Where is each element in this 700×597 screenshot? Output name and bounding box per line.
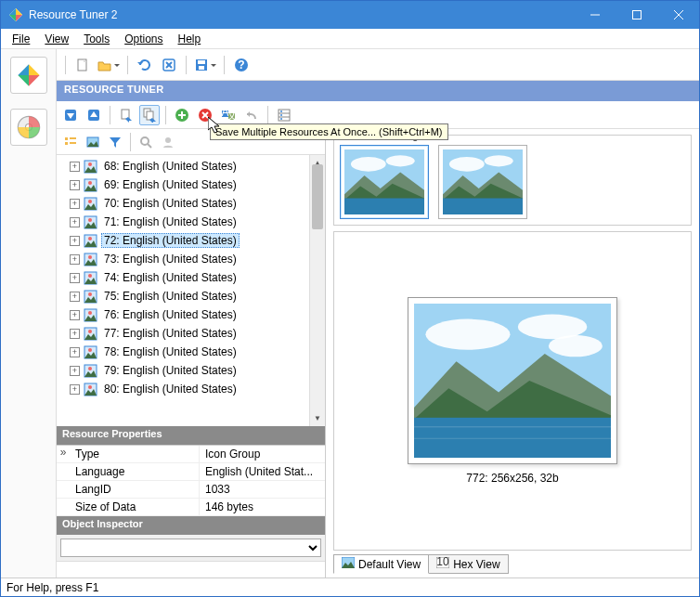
- svg-point-61: [141, 137, 149, 145]
- secondary-toolbar: A文 Save Multiple Resources At Once... (S…: [57, 101, 699, 129]
- svg-marker-2: [16, 15, 22, 21]
- object-inspector-select[interactable]: [60, 539, 321, 557]
- tree-item-label: 80: English (United States): [101, 383, 240, 396]
- tree-expand-icon[interactable]: +: [70, 292, 80, 302]
- new-file-button[interactable]: [72, 55, 93, 75]
- property-value: English (United Stat...: [200, 463, 325, 480]
- tree-item[interactable]: +78: English (United States): [57, 343, 325, 361]
- tree-item[interactable]: +75: English (United States): [57, 287, 325, 305]
- thumbnail-1[interactable]: [340, 145, 429, 219]
- strip-disc-icon[interactable]: [10, 109, 47, 146]
- svg-marker-60: [110, 137, 121, 148]
- resource-icon: [84, 160, 97, 174]
- tree-item[interactable]: +73: English (United States): [57, 250, 325, 268]
- menu-options[interactable]: Options: [117, 31, 170, 47]
- minimize-button[interactable]: [574, 1, 616, 29]
- left-pane: +68: English (United States)+69: English…: [57, 129, 326, 578]
- delete-resource-button[interactable]: [195, 105, 215, 125]
- tree-expand-icon[interactable]: +: [70, 217, 80, 227]
- property-value: 146 bytes: [200, 499, 325, 515]
- tree-user-button[interactable]: [158, 132, 178, 152]
- svg-point-77: [88, 237, 92, 240]
- translate-button[interactable]: A文: [218, 105, 239, 125]
- menu-tools[interactable]: Tools: [76, 31, 117, 47]
- property-value: Icon Group: [200, 446, 325, 462]
- tree-item[interactable]: +68: English (United States): [57, 157, 325, 175]
- menu-file[interactable]: File: [5, 31, 37, 47]
- tree-item[interactable]: +76: English (United States): [57, 305, 325, 324]
- resource-icon: [84, 327, 97, 341]
- property-key: Language: [70, 463, 200, 480]
- tree-expand-icon[interactable]: +: [70, 347, 80, 357]
- tree-item[interactable]: +70: English (United States): [57, 194, 325, 213]
- help-button[interactable]: ?: [231, 55, 252, 75]
- tree-expand-icon[interactable]: +: [70, 366, 80, 376]
- close-button[interactable]: [657, 1, 699, 29]
- property-row[interactable]: Size of Data146 bytes: [57, 499, 325, 516]
- tree-expand-icon[interactable]: +: [70, 384, 80, 395]
- save-resource-button[interactable]: [116, 105, 136, 125]
- tree-expand-icon[interactable]: +: [70, 254, 80, 265]
- tree-filter-button[interactable]: [105, 132, 125, 152]
- main-toolbar: ?: [57, 49, 699, 81]
- svg-point-51: [280, 114, 282, 116]
- preview-caption: 772: 256x256, 32b: [466, 472, 558, 485]
- tree-scrollbar[interactable]: ▲▼: [309, 155, 325, 426]
- property-row[interactable]: LangID1033: [57, 481, 325, 499]
- tree-item[interactable]: +72: English (United States): [57, 231, 325, 250]
- open-file-button[interactable]: [97, 55, 121, 75]
- save-button[interactable]: [193, 55, 217, 75]
- tree-search-button[interactable]: [136, 132, 156, 152]
- properties-button[interactable]: [274, 105, 294, 125]
- svg-point-83: [88, 274, 92, 278]
- tree-expand-icon[interactable]: +: [70, 329, 80, 339]
- tree-item-label: 79: English (United States): [101, 364, 240, 377]
- property-row[interactable]: LanguageEnglish (United Stat...: [57, 463, 325, 481]
- tree-expand-icon[interactable]: +: [70, 180, 80, 190]
- tree-item-label: 78: English (United States): [101, 345, 240, 358]
- menu-help[interactable]: Help: [171, 31, 209, 47]
- svg-rect-114: [443, 199, 523, 215]
- tree-item[interactable]: +79: English (United States): [57, 361, 325, 380]
- tree-expand-icon[interactable]: +: [70, 199, 80, 209]
- selected-image-group: Selected Image: [333, 135, 692, 226]
- property-row[interactable]: »TypeIcon Group: [57, 446, 325, 463]
- save-multiple-resources-button[interactable]: [139, 105, 160, 125]
- strip-resource-editor-icon[interactable]: [10, 57, 47, 94]
- undo-button[interactable]: [241, 105, 262, 125]
- picture-icon: [342, 557, 355, 571]
- tab-default-view[interactable]: Default View: [333, 554, 429, 574]
- resource-icon: [84, 178, 97, 192]
- tree-item-label: 72: English (United States): [101, 233, 240, 248]
- refresh-button[interactable]: [135, 55, 155, 75]
- tree-item[interactable]: +80: English (United States): [57, 380, 325, 398]
- menu-view[interactable]: View: [37, 31, 76, 47]
- svg-point-50: [280, 110, 282, 112]
- tree-item[interactable]: +71: English (United States): [57, 213, 325, 231]
- tree-item[interactable]: +74: English (United States): [57, 268, 325, 287]
- svg-point-86: [88, 292, 92, 296]
- tree-expand-icon[interactable]: +: [70, 162, 80, 172]
- tab-hex-view[interactable]: 0101 Hex View: [429, 554, 508, 574]
- resource-icon: [84, 253, 97, 266]
- maximize-button[interactable]: [616, 1, 657, 29]
- tree-item[interactable]: +69: English (United States): [57, 175, 325, 194]
- svg-point-52: [280, 118, 282, 120]
- move-up-button[interactable]: [84, 105, 104, 125]
- property-value: 1033: [200, 481, 325, 498]
- tree-view-image-button[interactable]: [83, 132, 103, 152]
- add-resource-button[interactable]: [172, 105, 192, 125]
- tree-item-label: 75: English (United States): [101, 290, 240, 303]
- tree-expand-icon[interactable]: +: [70, 236, 80, 246]
- thumbnail-2[interactable]: [438, 145, 527, 219]
- stop-button[interactable]: [159, 55, 179, 75]
- tree-view-list-button[interactable]: [60, 132, 81, 152]
- property-chevron-icon: [57, 463, 70, 480]
- tree-expand-icon[interactable]: +: [70, 273, 80, 283]
- svg-marker-18: [137, 62, 143, 65]
- resource-tree[interactable]: +68: English (United States)+69: English…: [57, 155, 325, 426]
- move-down-button[interactable]: [60, 105, 81, 125]
- tree-item[interactable]: +77: English (United States): [57, 324, 325, 343]
- tree-expand-icon[interactable]: +: [70, 310, 80, 320]
- svg-marker-1: [16, 8, 22, 15]
